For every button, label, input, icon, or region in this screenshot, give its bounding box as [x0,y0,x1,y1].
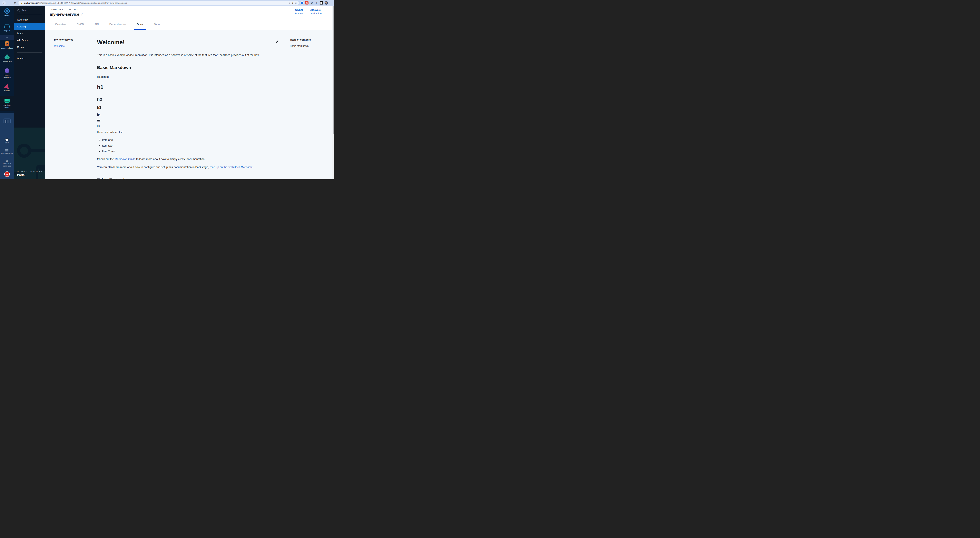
module-label: Developer Portal [0,104,14,109]
app-body: Home Projects Feature Flags $ Cloud Cost… [0,6,334,179]
module-label: Cloud Costs [2,60,12,63]
text: You can also learn more about how to con… [97,165,210,169]
owner-value[interactable]: team-a [295,12,303,15]
tab-overview[interactable]: Overview [50,18,72,30]
tab-dependencies[interactable]: Dependencies [104,18,132,30]
feature-flags-icon [5,41,10,46]
module-scroll-up[interactable] [0,35,14,40]
headings-label: Headings: [97,75,264,79]
chaos-icon [4,84,10,89]
module-label: Feature Flags [1,47,13,49]
list-item: Item one [102,138,264,141]
owner-label[interactable]: Owner [295,8,303,11]
tab-api[interactable]: API [89,18,104,30]
sidebar-item-help[interactable]: 💬 HELP [5,138,9,144]
list-item: Item Three [102,150,264,153]
idp-nav: Overview Catalog Docs API Docs Create Ad… [14,16,45,62]
docs-nav-title: my-new-service [54,38,88,41]
sidebar-item-account-settings[interactable]: ⚙ ACCOUNT SETTINGS [2,159,13,167]
sidebar-search[interactable]: Search [14,6,45,14]
article-title: Welcome! [97,39,264,46]
docs-article: Welcome! This is a basic example of docu… [97,38,266,179]
sidebar-item-catalog[interactable]: Catalog [14,23,45,30]
browser-profile-avatar[interactable] [325,1,328,5]
markdown-guide-link[interactable]: Markdown Guide [115,157,135,161]
share-icon[interactable]: ⇪ [291,2,293,4]
tab-todo[interactable]: Todo [149,18,165,30]
portal-title: Portal [17,173,42,176]
sample-h3: h3 [97,106,264,110]
techdocs-overview-link[interactable]: read up on the TechDocs Overview [210,165,252,169]
module-sidebar: Home Projects Feature Flags $ Cloud Cost… [0,6,14,179]
extension-todoist-icon[interactable] [305,1,309,5]
bookmark-star-icon[interactable]: ☆ [295,2,297,4]
docs-nav-link-welcome[interactable]: Welcome! [54,44,65,48]
sidebar-item-admin[interactable]: Admin [14,55,45,62]
url-bar[interactable]: 🔒 qa.harness.io/ng/account/px7xd_BFRCi-p… [18,1,299,5]
developer-portal-icon [5,99,10,103]
entity-meta: Owner team-a Lifecycle production [295,8,321,15]
sidebar-item-service-reliability[interactable]: ✓ Service Reliability [0,67,14,80]
apps-grid-button[interactable] [3,119,11,124]
user-avatar[interactable]: HM [4,171,10,177]
url-text: qa.harness.io/ng/account/px7xd_BFRCi-pfW… [24,2,287,4]
search-icon [17,9,20,12]
apps-grid-icon [5,120,8,123]
sample-h6: h6 [97,125,264,127]
text: Check out the [97,157,115,161]
markdown-guide-paragraph: Check out the Markdown Guide to learn mo… [97,157,264,161]
extension-sidebar-icon[interactable] [320,1,323,5]
article-intro: This is a basic example of documentation… [97,53,264,57]
tab-cicd[interactable]: CI/CD [72,18,89,30]
sidebar-item-overview[interactable]: Overview [14,16,45,23]
module-label: Home [5,14,10,17]
favorite-star-icon[interactable]: ☆ [81,13,84,16]
list-label: Here is a bulleted list: [97,130,264,134]
sidebar-item-cloud-costs[interactable]: $ Cloud Costs [0,53,14,64]
entity-kind: COMPONENT — SERVICE [50,8,329,11]
url-domain: qa.harness.io [24,2,38,4]
page-scrollbar[interactable] [332,6,334,179]
module-sidebar-footer: 💬 HELP DASHBOARDS ⚙ ACCOUNT SETTINGS HM [0,113,14,179]
section-table-example: Table Example [97,178,264,179]
sidebar-item-feature-flags[interactable]: Feature Flags [0,40,14,51]
sidebar-item-api-docs[interactable]: API Docs [14,37,45,44]
browser-reload-icon[interactable]: ↻ [13,1,17,5]
lifecycle-value[interactable]: production [310,12,321,15]
scrollbar-thumb[interactable] [332,6,334,134]
lifecycle-label[interactable]: Lifecycle [310,8,321,11]
url-path: /ng/account/px7xd_BFRCi-pfWPYXVjvw/idp/c… [38,2,127,4]
cloud-costs-icon: $ [5,56,10,59]
extension-1password-icon[interactable] [301,2,304,5]
footer-label: ACCOUNT SETTINGS [2,163,13,167]
gear-icon: ⚙ [6,159,8,162]
tab-docs[interactable]: Docs [132,18,149,30]
sidebar-item-developer-portal[interactable]: Developer Portal [0,96,14,111]
sidebar-item-dashboards[interactable]: DASHBOARDS [1,149,13,154]
sidebar-item-projects[interactable]: Projects [0,22,14,33]
edit-docs-button[interactable] [275,40,279,43]
service-reliability-icon: ✓ [5,68,10,73]
browser-forward-icon[interactable]: → [8,1,11,5]
toc-item-basic-markdown[interactable]: Basic Markdown [290,44,311,48]
home-icon [4,8,10,14]
owner-meta: Owner team-a [295,8,303,15]
list-item: Item two [102,144,264,147]
docs-nav: my-new-service Welcome! [54,38,88,179]
footer-label: HELP [5,142,9,144]
browser-menu-icon[interactable]: ⋮ [330,2,332,4]
sidebar-item-chaos[interactable]: Chaos [0,83,14,93]
app-window: ← → ↻ 🔒 qa.harness.io/ng/account/px7xd_B… [0,0,334,179]
extensions-puzzle-icon[interactable]: ⚙︎ [310,1,313,5]
divider [17,52,42,53]
sidebar-item-docs[interactable]: Docs [14,30,45,37]
zoom-page-icon[interactable]: ⌕ [289,2,290,4]
sidebar-item-home[interactable]: Home [0,8,14,18]
sidebar-item-create[interactable]: Create [14,44,45,51]
entity-menu-icon[interactable] [328,10,328,15]
extension-playlist-icon[interactable]: ♫ [315,1,318,5]
chevron-up-icon [5,37,9,38]
docs-content: my-new-service Welcome! Welcome! This is… [45,30,334,179]
browser-back-icon[interactable]: ← [2,1,6,5]
footer-label: DASHBOARDS [1,152,13,154]
